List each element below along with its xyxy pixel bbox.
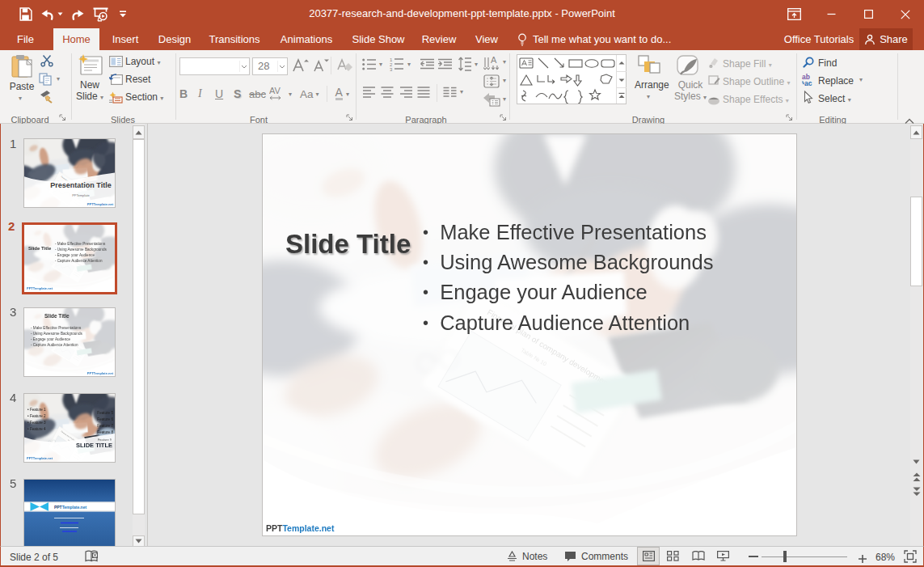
svg-text:PPTTemplate.net: PPTTemplate.net	[54, 505, 87, 510]
svg-text:3: 3	[390, 67, 393, 72]
svg-text:ac: ac	[804, 79, 812, 87]
svg-text:A: A	[491, 56, 497, 65]
svg-text:AV: AV	[269, 87, 281, 95]
